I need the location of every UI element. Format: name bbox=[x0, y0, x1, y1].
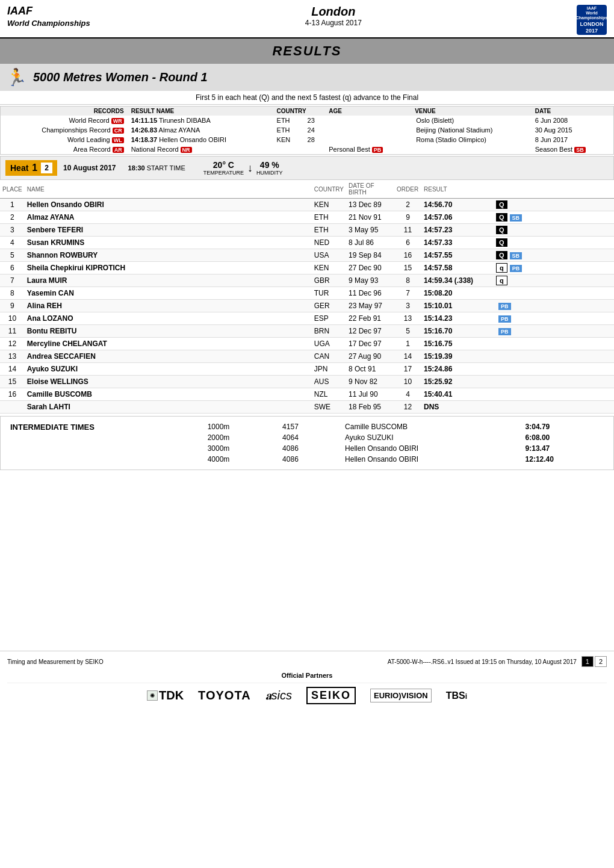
athlete-result: 14:57.55 bbox=[421, 249, 494, 262]
london2017-badge: IAAFWorldChampionshipsLONDON 2017 bbox=[577, 5, 607, 35]
athlete-result: DNS bbox=[421, 401, 494, 414]
athlete-name: Ana LOZANO bbox=[25, 312, 312, 325]
rec-age-wr: 23 bbox=[304, 116, 326, 125]
athlete-qual bbox=[494, 350, 614, 363]
org-subtitle: World Championships bbox=[7, 19, 90, 28]
athlete-qual bbox=[494, 401, 614, 414]
athlete-dob: 27 Aug 90 bbox=[346, 350, 394, 363]
athlete-order: 5 bbox=[394, 325, 421, 338]
weather-info: 20° C TEMPERATURE ↓ 49 % HUMIDITY bbox=[203, 160, 283, 176]
record-row-cr: Championships Record CR 14:26.83 Almaz A… bbox=[1, 125, 613, 135]
athlete-name: Hellen Onsando OBIRI bbox=[25, 199, 312, 211]
athlete-qual bbox=[494, 363, 614, 376]
int-time: 3:04.79 bbox=[518, 421, 606, 432]
athlete-place: 2 bbox=[0, 211, 25, 224]
official-partners-label: Official Partners bbox=[7, 672, 607, 679]
intermediate-section: INTERMEDIATE TIMES 1000m 4157 Camille BU… bbox=[0, 416, 614, 470]
int-bib: 4157 bbox=[275, 421, 338, 432]
col-header-qual bbox=[494, 180, 614, 199]
athlete-dob: 8 Oct 91 bbox=[346, 363, 394, 376]
athlete-order: 13 bbox=[394, 312, 421, 325]
athlete-country: SWE bbox=[312, 401, 346, 414]
table-row: 7 Laura MUIR GBR 9 May 93 8 14:59.34 (.3… bbox=[0, 274, 614, 287]
footer-code-area: AT-5000-W-h----.RS6..v1 Issued at 19:15 … bbox=[388, 656, 607, 667]
record-row-wr: World Record WR 14:11.15 Tirunesh DIBABA… bbox=[1, 116, 613, 125]
asics-logo: 𝐚sics bbox=[265, 689, 292, 702]
athlete-name: Yasemin CAN bbox=[25, 287, 312, 300]
athlete-order: 11 bbox=[394, 224, 421, 237]
athlete-order: 10 bbox=[394, 376, 421, 388]
athlete-dob: 9 Nov 82 bbox=[346, 376, 394, 388]
athlete-place: 9 bbox=[0, 300, 25, 312]
col-header-place: PLACE bbox=[0, 180, 25, 199]
seiko-logo: SEIKO bbox=[306, 687, 356, 704]
rec-type-wr: World Record WR bbox=[1, 116, 128, 125]
athlete-result: 15:40.41 bbox=[421, 388, 494, 401]
athlete-place bbox=[0, 401, 25, 414]
athlete-result: 14:57.23 bbox=[421, 224, 494, 237]
table-row: 2 Almaz AYANA ETH 21 Nov 91 9 14:57.06 Q… bbox=[0, 211, 614, 224]
athlete-place: 4 bbox=[0, 237, 25, 249]
int-time: 9:13.47 bbox=[518, 443, 606, 454]
athlete-order: 17 bbox=[394, 363, 421, 376]
athlete-name: Ayuko SUZUKI bbox=[25, 363, 312, 376]
athlete-place: 12 bbox=[0, 338, 25, 350]
intermediate-title: INTERMEDIATE TIMES bbox=[8, 421, 200, 465]
athlete-name: Bontu REBITU bbox=[25, 325, 312, 338]
athlete-place: 3 bbox=[0, 224, 25, 237]
athlete-qual bbox=[494, 287, 614, 300]
int-dist: 1000m bbox=[200, 421, 275, 432]
athlete-result: 15:25.92 bbox=[421, 376, 494, 388]
athlete-order: 3 bbox=[394, 300, 421, 312]
athlete-qual bbox=[494, 376, 614, 388]
table-row: Sarah LAHTI SWE 18 Feb 95 12 DNS bbox=[0, 401, 614, 414]
athlete-dob: 22 Feb 91 bbox=[346, 312, 394, 325]
athlete-place: 15 bbox=[0, 376, 25, 388]
athlete-country: USA bbox=[312, 249, 346, 262]
athlete-qual bbox=[494, 388, 614, 401]
heat-label: Heat 1 2 bbox=[5, 160, 57, 176]
athlete-country: BRN bbox=[312, 325, 346, 338]
heat-number: 1 bbox=[32, 163, 37, 173]
athlete-qual: Q bbox=[494, 224, 614, 237]
toyota-logo: TOYOTA bbox=[198, 689, 250, 702]
athlete-qual bbox=[494, 338, 614, 350]
rec-venue-wl: Roma (Stadio Olimpico) bbox=[412, 135, 532, 144]
table-row: 4 Susan KRUMINS NED 8 Jul 86 6 14:57.33 … bbox=[0, 237, 614, 249]
timing-text: Timing and Measurement by SEIKO bbox=[7, 659, 104, 665]
partners-logos: ✺ TDK TOYOTA 𝐚sics SEIKO EURIO)VISION TB… bbox=[7, 683, 607, 708]
rec-date-wl: 8 Jun 2017 bbox=[532, 135, 613, 144]
athlete-qual: Q bbox=[494, 237, 614, 249]
heat-date: 10 August 2017 bbox=[63, 164, 116, 172]
col-header-name: NAME bbox=[25, 180, 312, 199]
records-table: RECORDS RESULT NAME COUNTRY AGE VENUE DA… bbox=[1, 107, 613, 154]
humidity-display: 49 % HUMIDITY bbox=[256, 160, 283, 176]
athlete-name: Senbere TEFERI bbox=[25, 224, 312, 237]
rec-date-wr: 6 Jun 2008 bbox=[532, 116, 613, 125]
athlete-name: Shannon ROWBURY bbox=[25, 249, 312, 262]
athlete-result: 15:10.01 bbox=[421, 300, 494, 312]
page-1[interactable]: 1 bbox=[581, 656, 594, 667]
record-row-ar: Area Record AR National Record NR Person… bbox=[1, 144, 613, 154]
rec-date-cr: 30 Aug 2015 bbox=[532, 125, 613, 135]
int-bib: 4064 bbox=[275, 432, 338, 443]
heat-bar: Heat 1 2 10 August 2017 18:30 START TIME… bbox=[0, 156, 614, 180]
athlete-country: AUS bbox=[312, 376, 346, 388]
eurovision-logo: EURIO)VISION bbox=[370, 689, 432, 702]
table-row: 15 Eloise WELLINGS AUS 9 Nov 82 10 15:25… bbox=[0, 376, 614, 388]
athlete-qual: QSB bbox=[494, 211, 614, 224]
iaaf-logo: IAAF World Championships bbox=[7, 5, 90, 28]
col-header-order: ORDER bbox=[394, 180, 421, 199]
footer-code: AT-5000-W-h----.RS6..v1 Issued at 19:15 … bbox=[388, 659, 577, 665]
results-table-wrap: PLACE NAME COUNTRY DATE of BIRTH ORDER R… bbox=[0, 180, 614, 414]
athlete-result: 15:08.20 bbox=[421, 287, 494, 300]
table-row: 1 Hellen Onsando OBIRI KEN 13 Dec 89 2 1… bbox=[0, 199, 614, 211]
page-2[interactable]: 2 bbox=[595, 656, 607, 667]
athlete-place: 14 bbox=[0, 363, 25, 376]
col-header-country: COUNTRY bbox=[312, 180, 346, 199]
int-name: Ayuko SUZUKI bbox=[338, 432, 518, 443]
athlete-country: KEN bbox=[312, 199, 346, 211]
rec-personal: Personal Best PB bbox=[325, 144, 412, 154]
athlete-name: Mercyline CHELANGAT bbox=[25, 338, 312, 350]
athlete-dob: 8 Jul 86 bbox=[346, 237, 394, 249]
